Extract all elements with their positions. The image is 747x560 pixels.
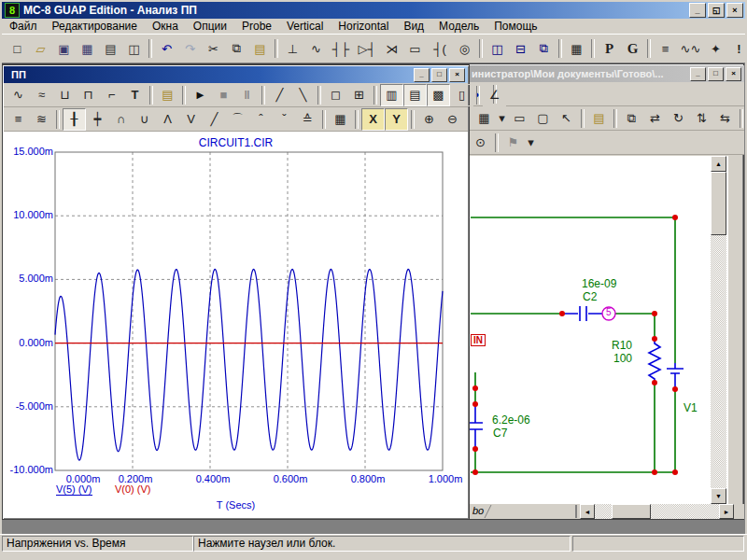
mirror-box-button[interactable]: ⇄: [643, 107, 667, 130]
rotate-button[interactable]: ↻: [667, 107, 690, 130]
probe-many-button[interactable]: ≈: [30, 84, 53, 106]
undo-button[interactable]: ↶: [155, 37, 178, 60]
line-tool-button[interactable]: ╱: [268, 84, 291, 106]
legend-v0[interactable]: V(0) (V): [115, 483, 151, 495]
grid-horizontal-button[interactable]: ▤: [403, 84, 427, 106]
copy-button[interactable]: ⧉: [225, 37, 248, 60]
numeric-output-button[interactable]: ▦: [329, 108, 352, 131]
menu-item-8[interactable]: Модель: [431, 19, 486, 34]
app-minimize-button[interactable]: _: [689, 3, 706, 18]
pp-window[interactable]: ПП _ □ × ∿≈⊔⊓⌐T▤►■‖╱╲◻⊞▥▤▩▯∠ ≡≋╂┿∩∪ΛV╱⌒ˆ…: [2, 64, 470, 520]
global-low-button[interactable]: ˇ: [273, 108, 296, 131]
pp-title-bar[interactable]: ПП _ □ ×: [4, 66, 468, 83]
probe-pwl-button[interactable]: ⌐: [100, 84, 123, 106]
select-arrow-button[interactable]: ↖: [555, 107, 578, 130]
data-points-button[interactable]: ≡: [7, 108, 30, 131]
zoom-out-button[interactable]: ⊖: [441, 108, 464, 131]
open-file-button[interactable]: ▱: [29, 37, 52, 60]
menu-item-0[interactable]: Файл: [2, 19, 45, 34]
menu-item-2[interactable]: Окна: [145, 19, 186, 34]
go-to-low-button[interactable]: V: [179, 108, 203, 131]
save-all-button[interactable]: ▦: [76, 37, 99, 60]
menu-item-1[interactable]: Редактирование: [45, 19, 145, 34]
select-region-button[interactable]: ◻: [324, 84, 347, 106]
pause-button[interactable]: ‖: [235, 84, 259, 106]
polyline-tool-button[interactable]: ╲: [291, 84, 315, 106]
envelope-button[interactable]: ≙: [296, 108, 319, 131]
polarized-cap-component-button[interactable]: ┤(: [427, 37, 453, 60]
pp-minimize-button[interactable]: _: [414, 68, 430, 82]
zoom-in-button[interactable]: ⊕: [417, 108, 441, 131]
cascade-windows-button[interactable]: ⧉: [532, 37, 556, 60]
model-editor-button[interactable]: ✦: [704, 37, 727, 60]
grid-toggle-button[interactable]: ▦: [472, 107, 496, 130]
rect-tool-button[interactable]: ▭: [508, 107, 531, 130]
probe-bus-button[interactable]: ⊔: [53, 84, 77, 106]
go-to-inflection-button[interactable]: ⌒: [226, 108, 249, 131]
polygon-tool-button[interactable]: ▢: [531, 107, 555, 130]
probe-digital-button[interactable]: ⊓: [77, 84, 100, 106]
go-to-valley-button[interactable]: ∪: [133, 108, 156, 131]
flag-dropdown-button[interactable]: ▾: [525, 132, 537, 154]
menu-item-9[interactable]: Помощь: [486, 19, 544, 34]
menu-item-5[interactable]: Vertical: [279, 19, 331, 34]
menu-item-3[interactable]: Опции: [186, 19, 234, 34]
paste-button[interactable]: ▤: [248, 37, 272, 60]
graphics-mode-button[interactable]: G: [621, 37, 644, 60]
ic-component-button[interactable]: ▭: [403, 37, 427, 60]
y-axis-scale-button[interactable]: Y: [385, 108, 408, 131]
fourier-waveforms-button[interactable]: ∿∿: [677, 37, 704, 60]
stop-button[interactable]: ■: [212, 84, 235, 106]
capacitor-component-button[interactable]: ┤├: [328, 37, 354, 60]
cut-button[interactable]: ✂: [202, 37, 225, 60]
run-button[interactable]: ►: [189, 84, 212, 106]
vscroll-thumb[interactable]: [711, 172, 726, 235]
probe-analog-button[interactable]: ∿: [7, 84, 30, 106]
flip-vertical-button[interactable]: ⇅: [690, 107, 713, 130]
legend-v5[interactable]: V(5) (V): [56, 483, 92, 496]
scroll-left-button[interactable]: ◄: [580, 504, 595, 519]
circuit-maximize-button[interactable]: □: [708, 67, 724, 81]
menu-item-6[interactable]: Horizontal: [331, 19, 396, 34]
new-file-button[interactable]: □: [6, 37, 29, 60]
cursor-next-button[interactable]: ┿: [86, 108, 109, 131]
grid-dots-button[interactable]: ▩: [427, 84, 450, 106]
pp-close-button[interactable]: ×: [449, 68, 465, 82]
grid-dropdown-button[interactable]: ▾: [496, 107, 508, 130]
redo-button[interactable]: ↷: [178, 37, 202, 60]
circuit-close-button[interactable]: ×: [726, 67, 741, 81]
text-tool-button[interactable]: T: [123, 84, 147, 106]
save-file-button[interactable]: ▣: [52, 37, 76, 60]
tangent-tool-button[interactable]: ∠: [483, 84, 506, 106]
grid-box-button[interactable]: ⊞: [347, 84, 371, 106]
go-to-peak-button[interactable]: ∩: [109, 108, 133, 131]
go-to-high-button[interactable]: Λ: [156, 108, 179, 131]
properties-button[interactable]: ▤: [156, 84, 179, 106]
transistor-component-button[interactable]: ⋊: [380, 37, 403, 60]
app-title-bar[interactable]: 8 MC-8 GUAP Edition - Анализ ПП _ ◱ ×: [2, 2, 745, 19]
plot-area[interactable]: CIRCUIT1.CIR 15.000m10.000m5.000m0.000m-…: [4, 132, 468, 518]
print-preview-button[interactable]: ◫: [122, 37, 146, 60]
menu-item-7[interactable]: Вид: [396, 19, 431, 34]
scroll-up-button[interactable]: ▲: [711, 156, 726, 172]
circuit-hscrollbar[interactable]: ◄ ►: [580, 504, 734, 519]
app-restore-button[interactable]: ◱: [708, 3, 725, 18]
tile-horizontal-button[interactable]: ⊟: [509, 37, 532, 60]
pp-maximize-button[interactable]: □: [431, 68, 447, 82]
step-box-button[interactable]: ⧉: [620, 107, 643, 130]
ground-component-button[interactable]: ⊥: [281, 37, 304, 60]
zoom-tool-button[interactable]: ⊙: [469, 132, 492, 154]
global-high-button[interactable]: ˆ: [249, 108, 273, 131]
circuit-minimize-button[interactable]: _: [690, 67, 706, 81]
diode-component-button[interactable]: ▷┤: [354, 37, 380, 60]
circuit-vscrollbar[interactable]: ▲ ▼: [711, 156, 726, 504]
tile-vertical-button[interactable]: ◫: [486, 37, 509, 60]
resistor-component-button[interactable]: ∿: [304, 37, 328, 60]
stepping-button[interactable]: ≡: [654, 37, 677, 60]
grid-none-button[interactable]: ▯: [450, 84, 473, 106]
scroll-right-button[interactable]: ►: [719, 504, 734, 519]
source-component-button[interactable]: ◎: [453, 37, 476, 60]
properties-button[interactable]: ▤: [587, 107, 611, 130]
scroll-down-button[interactable]: ▼: [711, 488, 726, 504]
flag-tool-button[interactable]: ⚑: [501, 132, 525, 154]
